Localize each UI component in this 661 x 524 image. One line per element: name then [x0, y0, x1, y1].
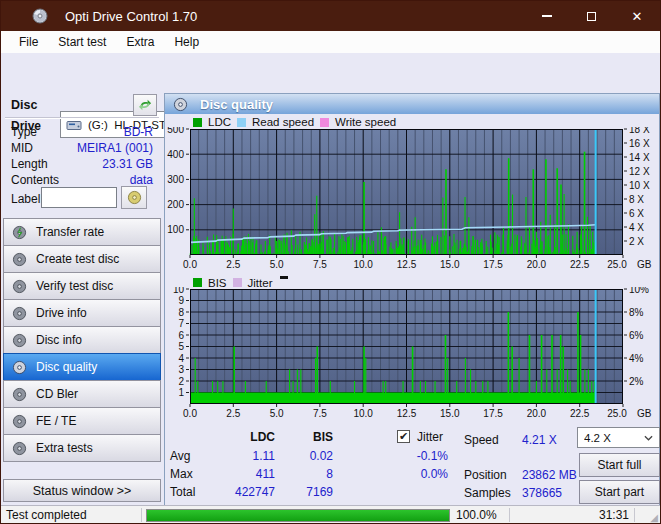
- menu-help[interactable]: Help: [164, 32, 209, 52]
- disc-quality-panel: Disc quality LDC Read speed Write speed …: [164, 93, 660, 506]
- sidebar-item-verify-test-disc[interactable]: Verify test disc: [3, 272, 161, 300]
- max-label: Max: [170, 467, 193, 481]
- svg-text:22.5: 22.5: [570, 259, 590, 270]
- read-speed-swatch: [237, 118, 246, 127]
- speed-info-value: 4.21 X: [522, 433, 557, 447]
- max-bis-value: 8: [265, 467, 333, 481]
- svg-text:10%: 10%: [629, 287, 649, 295]
- test-speed-select[interactable]: 4.2 X: [577, 427, 660, 448]
- svg-text:300: 300: [167, 174, 184, 185]
- disc-icon: [12, 279, 27, 294]
- disc-icon: [12, 333, 27, 348]
- svg-text:10: 10: [173, 287, 185, 295]
- svg-text:GB: GB: [637, 259, 652, 270]
- svg-text:2 X: 2 X: [629, 236, 644, 247]
- svg-text:12.5: 12.5: [397, 408, 417, 419]
- sidebar-item-extra-tests[interactable]: Extra tests: [3, 434, 161, 462]
- resize-grip[interactable]: ◢: [650, 512, 658, 523]
- disc-label-label: Label: [11, 192, 40, 206]
- progress-fill: [147, 510, 449, 521]
- svg-text:6 X: 6 X: [629, 208, 644, 219]
- svg-text:12.5: 12.5: [397, 259, 417, 270]
- disc-icon: [12, 414, 27, 429]
- disc-icon: [12, 441, 27, 456]
- svg-text:12 X: 12 X: [629, 166, 650, 177]
- sidebar-item-label: Transfer rate: [36, 225, 104, 239]
- sidebar-item-cd-bler[interactable]: CD Bler: [3, 380, 161, 408]
- sidebar-item-label: Drive info: [36, 306, 87, 320]
- elapsed-time: 31:31: [561, 508, 629, 522]
- disc-type-label: Type: [11, 125, 37, 139]
- menu-extra[interactable]: Extra: [116, 32, 164, 52]
- jitter-checkbox-label: Jitter: [417, 430, 443, 444]
- app-disc-icon: [32, 8, 48, 24]
- bis-column-header: BIS: [265, 430, 333, 444]
- status-text: Test completed: [6, 508, 87, 522]
- disc-label-input[interactable]: [41, 187, 117, 208]
- svg-text:17.5: 17.5: [483, 259, 503, 270]
- maximize-icon: [587, 12, 596, 21]
- sidebar-item-label: CD Bler: [36, 387, 78, 401]
- disc-refresh-button[interactable]: [133, 94, 157, 116]
- disc-icon: [12, 252, 27, 267]
- divider: [141, 508, 142, 522]
- sidebar-item-label: Extra tests: [36, 441, 93, 455]
- minimize-button[interactable]: [525, 1, 569, 31]
- ldc-chart: 1002003004005002 X4 X6 X8 X10 X12 X14 X1…: [165, 127, 661, 275]
- svg-text:17.5: 17.5: [483, 408, 503, 419]
- start-full-button[interactable]: Start full: [579, 453, 660, 477]
- svg-text:7.5: 7.5: [313, 259, 327, 270]
- svg-text:10.0: 10.0: [353, 259, 373, 270]
- maximize-button[interactable]: [569, 1, 613, 31]
- svg-text:5: 5: [178, 341, 184, 352]
- disc-type-value: BD-R: [41, 125, 153, 139]
- status-window-button[interactable]: Status window >>: [3, 479, 161, 502]
- svg-text:2%: 2%: [629, 376, 644, 387]
- sidebar-item-drive-info[interactable]: Drive info: [3, 299, 161, 327]
- sidebar-item-label: Disc info: [36, 333, 82, 347]
- svg-text:10.0: 10.0: [353, 408, 373, 419]
- sidebar-item-create-test-disc[interactable]: Create test disc: [3, 245, 161, 273]
- refresh-icon: [138, 98, 152, 112]
- menu-file[interactable]: File: [9, 32, 48, 52]
- test-speed-value: 4.2 X: [584, 432, 611, 444]
- jitter-checkbox[interactable]: ✔: [397, 430, 410, 443]
- start-full-label: Start full: [597, 458, 641, 472]
- jitter-swatch: [233, 278, 242, 287]
- sidebar-item-disc-info[interactable]: Disc info: [3, 326, 161, 354]
- disc-icon: [12, 306, 27, 321]
- svg-text:0.0: 0.0: [183, 408, 197, 419]
- svg-text:4%: 4%: [629, 353, 644, 364]
- write-label-button[interactable]: [121, 186, 147, 209]
- svg-text:8: 8: [178, 307, 184, 318]
- sidebar-item-fe-te[interactable]: FE / TE: [3, 407, 161, 435]
- toolbar: Drive (G:) HL-DT-ST BD-RE WH16NS48 1.D3 …: [1, 53, 660, 93]
- svg-text:2.5: 2.5: [226, 408, 240, 419]
- app-window: Opti Drive Control 1.70 ✕ File Start tes…: [0, 0, 661, 524]
- svg-text:5.0: 5.0: [270, 408, 284, 419]
- sidebar-item-disc-quality[interactable]: Disc quality: [3, 353, 161, 381]
- bis-chart: 123456789102%4%6%8%10%0.02.55.07.510.012…: [165, 287, 661, 423]
- close-button[interactable]: ✕: [615, 1, 659, 31]
- disc-icon: [173, 97, 188, 112]
- panel-header: Disc quality: [165, 94, 659, 114]
- svg-text:500: 500: [167, 127, 184, 135]
- svg-text:4 X: 4 X: [629, 222, 644, 233]
- avg-jitter-value: -0.1%: [365, 449, 448, 463]
- speed-info-label: Speed: [464, 433, 499, 447]
- start-part-button[interactable]: Start part: [579, 480, 660, 504]
- svg-text:4: 4: [178, 353, 184, 364]
- avg-bis-value: 0.02: [265, 449, 333, 463]
- position-info-label: Position: [464, 468, 507, 482]
- menu-start-test[interactable]: Start test: [48, 32, 116, 52]
- sidebar-item-transfer-rate[interactable]: Transfer rate: [3, 218, 161, 246]
- window-title: Opti Drive Control 1.70: [65, 9, 197, 24]
- svg-text:7.5: 7.5: [313, 408, 327, 419]
- svg-text:18 X: 18 X: [629, 127, 650, 135]
- svg-text:6: 6: [178, 330, 184, 341]
- total-label: Total: [170, 485, 195, 499]
- svg-text:5.0: 5.0: [270, 259, 284, 270]
- max-jitter-value: 0.0%: [365, 467, 448, 481]
- disc-mid-value: MEIRA1 (001): [41, 141, 153, 155]
- position-info-value: 23862 MB: [522, 468, 577, 482]
